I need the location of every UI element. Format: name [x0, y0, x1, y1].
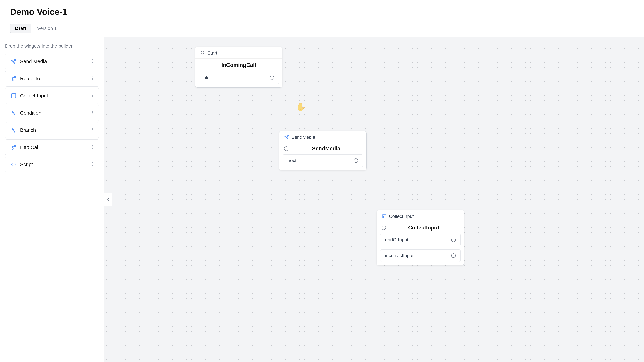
collapse-sidebar-button[interactable]	[104, 193, 112, 206]
sendmedia-node-title: SendMedia	[291, 145, 362, 152]
svg-rect-10	[382, 215, 386, 218]
send-media-icon	[10, 58, 17, 65]
collect-input-icon	[10, 93, 17, 99]
collectinput-node-header-label: CollectInput	[389, 214, 414, 219]
collectinput-node-eof-label: endOfInput	[385, 237, 408, 242]
sidebar-item-http-call-label: Http Call	[20, 144, 39, 150]
start-node-ok-dot[interactable]	[270, 76, 274, 80]
collectinput-node-input-dot[interactable]	[382, 226, 386, 230]
tab-version1[interactable]: Version 1	[32, 24, 62, 33]
main-content: Drop the widgets into the builder Send M…	[0, 37, 644, 362]
sendmedia-node-next-row: next	[283, 154, 363, 167]
collectinput-node-header: CollectInput	[377, 210, 464, 222]
sidebar-item-condition[interactable]: Condition ⠿	[5, 105, 99, 121]
drag-handle-script: ⠿	[90, 162, 94, 167]
version-bar: Draft Version 1	[0, 20, 644, 37]
sidebar-hint: Drop the widgets into the builder	[5, 44, 99, 49]
sidebar-item-script[interactable]: Script ⠿	[5, 156, 99, 172]
svg-rect-4	[12, 94, 16, 98]
collectinput-node-incorrect-label: incorrectInput	[385, 253, 414, 258]
sidebar-item-route-to[interactable]: Route To ⠿	[5, 71, 99, 87]
tab-draft[interactable]: Draft	[10, 24, 31, 33]
collectinput-node[interactable]: CollectInput CollectInput endOfInput inc…	[377, 210, 464, 265]
drag-handle-condition: ⠿	[90, 110, 94, 116]
sidebar-item-branch-label: Branch	[20, 127, 36, 133]
sidebar-item-send-media[interactable]: Send Media ⠿	[5, 54, 99, 69]
collectinput-node-icon	[382, 214, 386, 219]
sendmedia-node-header: SendMedia	[279, 131, 366, 143]
collectinput-node-title: CollectInput	[388, 225, 459, 231]
http-call-icon	[10, 144, 17, 150]
header: Demo Voice-1	[0, 0, 644, 20]
sidebar: Drop the widgets into the builder Send M…	[0, 37, 104, 362]
start-node[interactable]: Start InComingCall ok	[195, 47, 282, 88]
sendmedia-node-icon	[284, 135, 289, 140]
sendmedia-node-header-label: SendMedia	[292, 134, 315, 140]
collectinput-node-incorrect-dot[interactable]	[451, 253, 456, 258]
drag-handle-collect-input: ⠿	[90, 93, 94, 99]
drag-handle-route-to: ⠿	[90, 76, 94, 82]
collectinput-node-eof-row: endOfInput	[380, 234, 460, 246]
sidebar-item-condition-label: Condition	[20, 110, 41, 116]
drag-handle-http-call: ⠿	[90, 145, 94, 150]
drag-handle-branch: ⠿	[90, 127, 94, 133]
start-node-ok-row: ok	[198, 72, 279, 84]
condition-icon	[10, 110, 17, 116]
script-icon	[10, 161, 17, 167]
sendmedia-node[interactable]: SendMedia SendMedia next	[279, 131, 366, 170]
app-container: Demo Voice-1 Draft Version 1 Drop the wi…	[0, 0, 644, 362]
start-node-header: Start	[195, 47, 282, 59]
route-to-icon	[10, 76, 17, 82]
canvas-background	[104, 37, 644, 362]
start-node-title: InComingCall	[195, 59, 282, 72]
sidebar-item-collect-input[interactable]: Collect Input ⠿	[5, 88, 99, 104]
start-node-icon	[200, 51, 205, 56]
collectinput-node-eof-dot[interactable]	[451, 238, 456, 242]
canvas[interactable]: ✋ Start InComingCall ok	[104, 37, 644, 362]
sidebar-item-collect-input-label: Collect Input	[20, 93, 48, 99]
branch-icon	[10, 127, 17, 133]
sidebar-item-http-call[interactable]: Http Call ⠿	[5, 139, 99, 155]
collectinput-node-incorrect-row: incorrectInput	[380, 249, 460, 262]
sendmedia-node-next-dot[interactable]	[354, 158, 358, 163]
start-node-header-label: Start	[207, 50, 217, 56]
drag-handle-send-media: ⠿	[90, 59, 94, 64]
sidebar-item-route-to-label: Route To	[20, 76, 40, 82]
svg-point-7	[202, 52, 203, 53]
page-title: Demo Voice-1	[10, 7, 634, 17]
sidebar-item-send-media-label: Send Media	[20, 59, 47, 64]
start-node-ok-label: ok	[204, 75, 208, 80]
sendmedia-node-next-label: next	[288, 158, 296, 163]
sendmedia-node-input-dot[interactable]	[284, 146, 288, 151]
sidebar-item-branch[interactable]: Branch ⠿	[5, 122, 99, 138]
sidebar-item-script-label: Script	[20, 162, 33, 167]
